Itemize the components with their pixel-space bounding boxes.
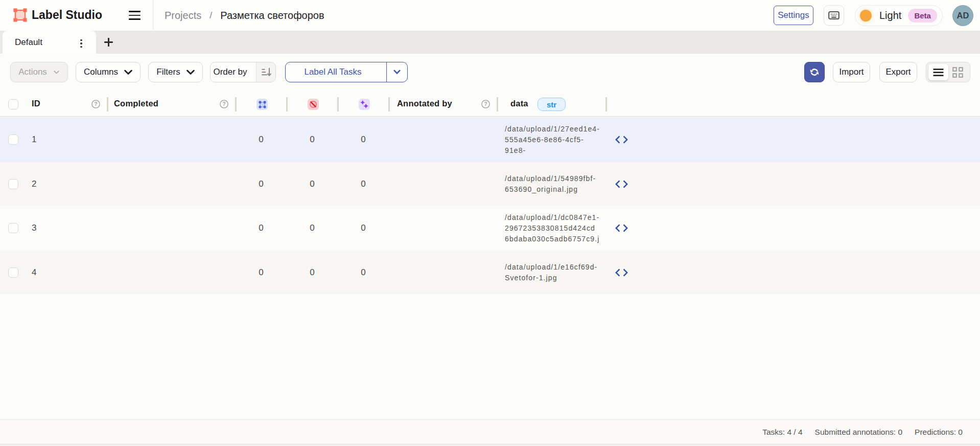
- label-studio-logo-icon: [13, 8, 27, 22]
- task-table-body: 1 0 0 0 /data/upload/1/27eed1e4-555a45e6…: [0, 117, 980, 294]
- refresh-button[interactable]: [804, 62, 825, 82]
- tab-bar: Default: [0, 31, 980, 54]
- user-avatar[interactable]: AD: [952, 5, 973, 26]
- cell-id: 4: [32, 267, 36, 278]
- columns-dropdown[interactable]: Columns: [76, 62, 141, 82]
- cell-annotations: 0: [236, 135, 287, 145]
- column-header-annotated-by[interactable]: Annotated by: [397, 99, 452, 108]
- svg-text:?: ?: [94, 101, 97, 107]
- cell-predictions: 0: [338, 135, 389, 145]
- grid-view-icon: [952, 66, 964, 78]
- keyboard-icon: [828, 9, 840, 21]
- columns-label: Columns: [84, 67, 118, 77]
- submitted-annotations-count: Submitted annotations: 0: [815, 428, 902, 437]
- table-row[interactable]: 1 0 0 0 /data/upload/1/27eed1e4-555a45e6…: [0, 117, 980, 162]
- filters-label: Filters: [156, 67, 180, 77]
- grid-view-button[interactable]: [948, 64, 968, 80]
- show-source-icon[interactable]: [615, 224, 628, 232]
- actions-dropdown[interactable]: Actions: [10, 62, 68, 82]
- cell-predictions: 0: [338, 179, 389, 189]
- chevron-down-icon: [393, 68, 401, 76]
- breadcrumb-separator: /: [209, 10, 212, 21]
- settings-button[interactable]: Settings: [774, 6, 813, 25]
- import-button[interactable]: Import: [833, 62, 870, 82]
- column-header-id[interactable]: ID: [32, 99, 40, 108]
- column-header-predictions[interactable]: [359, 99, 370, 110]
- refresh-sync-icon: [809, 67, 820, 77]
- label-all-tasks-caret[interactable]: [386, 62, 407, 82]
- table-row[interactable]: 4 0 0 0 /data/upload/1/e16cf69d-Svetofor…: [0, 251, 980, 294]
- cell-data-path: /data/upload/1/54989fbf-653690_original.…: [505, 173, 607, 195]
- cell-annotations: 0: [236, 223, 287, 233]
- cell-annotations: 0: [236, 179, 287, 189]
- export-button[interactable]: Export: [879, 62, 917, 82]
- bounding-box-icon: [259, 101, 266, 108]
- list-view-button[interactable]: [928, 64, 948, 80]
- toolbar: Actions Columns Filters Order by Label A…: [0, 54, 980, 92]
- column-header-cancelled[interactable]: [308, 99, 319, 110]
- data-type-badge[interactable]: str: [538, 98, 566, 111]
- label-all-tasks-button[interactable]: Label All Tasks: [285, 62, 408, 82]
- breadcrumb-project-title: Разметка светофоров: [220, 10, 324, 21]
- show-source-icon[interactable]: [615, 269, 628, 277]
- chevron-down-icon: [186, 69, 195, 76]
- column-separator: [388, 97, 390, 112]
- filters-dropdown[interactable]: Filters: [148, 62, 203, 82]
- import-label: Import: [839, 67, 864, 77]
- plus-icon: [104, 38, 113, 47]
- row-checkbox[interactable]: [8, 179, 18, 189]
- top-bar: Label Studio Projects / Разметка светофо…: [0, 0, 980, 31]
- sun-icon: [860, 10, 872, 21]
- column-header-data[interactable]: data: [510, 99, 528, 108]
- order-by-label: Order by: [211, 62, 250, 82]
- add-tab-button[interactable]: [100, 34, 116, 50]
- cell-data-path: /data/upload/1/27eed1e4-555a45e6-8e86-4c…: [505, 124, 607, 156]
- menu-hamburger-icon[interactable]: [129, 9, 143, 22]
- show-source-icon[interactable]: [615, 136, 628, 144]
- theme-toggle[interactable]: Light Beta: [855, 5, 943, 26]
- show-source-icon[interactable]: [615, 180, 628, 188]
- sort-direction-button[interactable]: [256, 62, 275, 82]
- cell-data-path: /data/upload/1/dc0847e1-29672353830815d4…: [505, 212, 607, 244]
- cell-annotations: 0: [236, 267, 287, 278]
- table-row[interactable]: 3 0 0 0 /data/upload/1/dc0847e1-29672353…: [0, 206, 980, 251]
- list-view-icon: [933, 68, 944, 77]
- cell-cancelled: 0: [287, 179, 338, 189]
- beta-badge: Beta: [908, 9, 937, 23]
- topbar-divider: [153, 0, 153, 30]
- row-checkbox[interactable]: [8, 223, 18, 233]
- tab-default[interactable]: Default: [3, 31, 96, 54]
- sparkles-icon: [360, 100, 369, 109]
- cell-predictions: 0: [338, 267, 389, 278]
- help-icon[interactable]: ?: [91, 100, 100, 108]
- svg-text:?: ?: [484, 101, 487, 107]
- column-separator: [605, 97, 607, 112]
- column-header-completed[interactable]: Completed: [114, 99, 158, 108]
- breadcrumb: Projects / Разметка светофоров: [165, 0, 324, 31]
- breadcrumb-projects[interactable]: Projects: [165, 10, 201, 21]
- sort-descending-icon: [261, 68, 271, 77]
- order-by-dropdown[interactable]: Order by: [210, 62, 276, 82]
- cell-id: 3: [32, 223, 36, 233]
- cell-cancelled: 0: [287, 223, 338, 233]
- row-checkbox[interactable]: [8, 267, 18, 278]
- column-header-annotations[interactable]: [256, 99, 268, 110]
- help-icon[interactable]: ?: [220, 100, 228, 108]
- row-checkbox[interactable]: [8, 135, 18, 145]
- prohibited-icon: [309, 100, 317, 108]
- table-row[interactable]: 2 0 0 0 /data/upload/1/54989fbf-653690_o…: [0, 162, 980, 206]
- cell-data-path: /data/upload/1/e16cf69d-Svetofor-1.jpg: [505, 262, 607, 283]
- label-all-tasks-label: Label All Tasks: [286, 62, 380, 82]
- keyboard-shortcuts-button[interactable]: [824, 5, 844, 26]
- tab-menu-kebab-icon[interactable]: [79, 38, 83, 49]
- select-all-checkbox[interactable]: [8, 99, 18, 109]
- table-header: ID ? Completed ? Annotated by: [0, 92, 980, 117]
- app-logo[interactable]: Label Studio: [13, 8, 102, 22]
- theme-label: Light: [879, 10, 901, 21]
- help-icon[interactable]: ?: [481, 100, 490, 108]
- column-separator: [235, 97, 237, 112]
- cell-id: 1: [32, 135, 36, 145]
- chevron-down-icon: [124, 69, 132, 76]
- cell-predictions: 0: [338, 223, 389, 233]
- cell-id: 2: [32, 179, 36, 189]
